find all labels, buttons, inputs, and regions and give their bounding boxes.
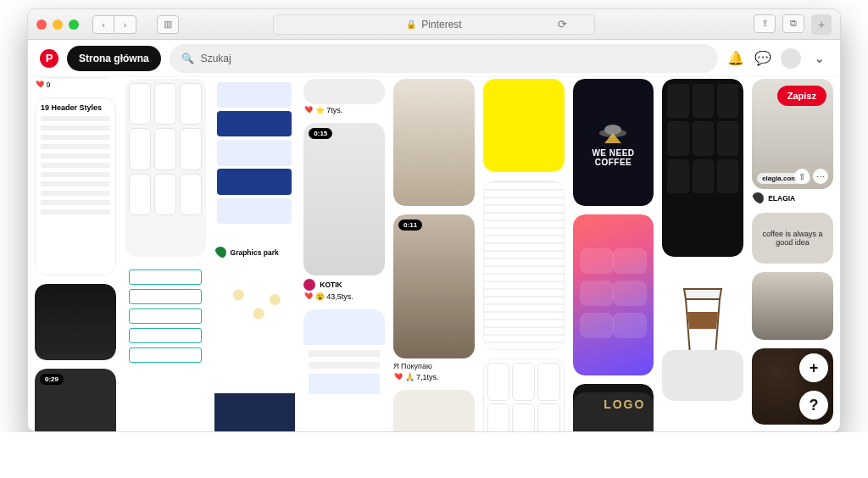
reaction-bar: ❤️ 😮 43,5tys. <box>303 291 385 301</box>
address-bar[interactable]: 🔒 Pinterest <box>273 14 595 35</box>
duration-badge: 0:15 <box>309 128 332 139</box>
coffee-cup-icon <box>677 282 728 358</box>
feed: ❤️ 9 19 Header Styles 0:29 <box>28 77 840 431</box>
nav-buttons: ‹ › <box>92 15 136 34</box>
pin-hair[interactable]: 0:11 Я Покупаю ❤️ 🙏 7,1tys. <box>393 214 475 381</box>
back-button[interactable]: ‹ <box>92 15 114 34</box>
author-avatar-icon <box>752 192 764 204</box>
star-icon: ⭐ <box>315 106 325 114</box>
tabs-button[interactable]: ⧉ <box>782 14 804 33</box>
messages-icon[interactable]: 💬 <box>754 49 772 68</box>
pin-text-line1: WE NEED <box>592 148 634 158</box>
author-name: ELAGIA <box>768 194 795 203</box>
pin-blue-panel[interactable]: Graphics park <box>214 79 296 258</box>
reaction-count: 7tys. <box>326 106 342 114</box>
more-pin-icon[interactable]: ⋯ <box>813 169 828 184</box>
author-avatar-icon <box>214 247 226 258</box>
pinterest-header: P Strona główna 🔍 Szukaj 🔔 💬 ⌄ <box>28 40 840 77</box>
close-window-button[interactable] <box>36 19 47 30</box>
create-fab[interactable]: + <box>799 353 828 382</box>
pin-cards-top[interactable] <box>662 350 743 401</box>
quote-text: coffee is always a good idea <box>755 230 830 247</box>
pin-teal-wireframe[interactable] <box>125 265 206 414</box>
pin-corridor[interactable] <box>393 79 475 206</box>
share-button[interactable]: ⇪ <box>754 14 776 33</box>
search-input[interactable]: 🔍 Szukaj <box>170 44 718 73</box>
search-icon: 🔍 <box>181 53 194 64</box>
pin-yellow-menu[interactable] <box>483 79 565 172</box>
reaction-count: 9 <box>47 81 51 89</box>
pin-wireframe-white[interactable] <box>483 181 565 350</box>
reaction-bar: ❤️ 9 <box>35 79 116 89</box>
logo-text: LOGO <box>604 397 645 411</box>
heart-icon: ❤️ <box>303 106 313 114</box>
save-button[interactable]: Zapisz <box>777 86 826 106</box>
reaction-count: 7,1tys. <box>416 373 439 381</box>
browser-titlebar: ‹ › ▥ 🔒 Pinterest ⟳ ⇪ ⧉ + <box>28 9 840 40</box>
pin-flowchart[interactable] <box>214 267 296 360</box>
pin-woman-fashion[interactable]: Zapisz elagia.com ⇧ ⋯ ELAGIA <box>752 79 833 204</box>
sidebar-toggle-button[interactable]: ▥ <box>157 15 179 34</box>
pin-phone-mockups[interactable] <box>125 79 206 257</box>
pin[interactable]: ❤️ 9 <box>35 77 116 89</box>
pin-white-grid[interactable] <box>483 358 565 431</box>
pin-interior-grid[interactable] <box>393 390 475 431</box>
address-label: Pinterest <box>421 19 461 31</box>
lock-icon: 🔒 <box>406 19 416 29</box>
pin-author[interactable]: KOTIK <box>303 275 385 291</box>
window-controls <box>36 19 79 30</box>
heart-icon: ❤️ <box>35 81 44 89</box>
thanks-icon: 🙏 <box>405 373 415 381</box>
pinterest-logo-icon[interactable]: P <box>40 49 58 68</box>
reaction-bar: ❤️ ⭐ 7tys. <box>303 104 385 114</box>
account-menu-chevron-icon[interactable]: ⌄ <box>810 49 828 68</box>
pin-logo-mock[interactable]: LOGO <box>573 392 654 431</box>
duration-badge: 0:29 <box>40 374 64 385</box>
pin-gradient-ui[interactable] <box>573 214 654 375</box>
pin-dark-product[interactable] <box>35 284 116 360</box>
pin-cafe[interactable] <box>752 272 833 340</box>
pin-coffee-quote[interactable]: coffee is always a good idea <box>752 213 833 264</box>
pin-crm[interactable] <box>303 309 385 431</box>
author-avatar-icon <box>303 279 315 291</box>
author-name: Я Покупаю <box>393 362 432 370</box>
reaction-bar: ❤️ 🙏 7,1tys. <box>393 371 475 381</box>
reload-button[interactable]: ⟳ <box>558 18 567 31</box>
pin-camera[interactable]: 0:29 <box>35 369 116 431</box>
pin-title: 19 Header Styles <box>41 103 110 112</box>
new-tab-button[interactable]: + <box>811 14 832 35</box>
floating-actions: + ? <box>799 353 828 420</box>
duration-badge: 0:11 <box>398 220 422 231</box>
forward-button[interactable]: › <box>114 15 136 34</box>
ufo-icon <box>596 118 630 143</box>
author-name: Graphics park <box>231 248 279 257</box>
reaction-count: 43,5tys. <box>326 292 353 301</box>
share-pin-icon[interactable]: ⇧ <box>794 169 810 184</box>
profile-avatar[interactable] <box>781 48 801 69</box>
home-tab[interactable]: Strona główna <box>67 46 161 71</box>
pin-blue-hero[interactable] <box>214 369 296 431</box>
pin-text-line2: COFFEE <box>595 158 632 167</box>
help-fab[interactable]: ? <box>799 391 828 420</box>
pin-author[interactable]: Graphics park <box>214 243 296 258</box>
pin-header-styles[interactable]: 19 Header Styles <box>35 97 116 275</box>
search-placeholder: Szukaj <box>201 53 231 64</box>
safari-window: ‹ › ▥ 🔒 Pinterest ⟳ ⇪ ⧉ + P Strona główn… <box>27 8 841 432</box>
pin-sneaker[interactable]: 0:15 KOTIK ❤️ 😮 43,5tys. <box>303 123 385 301</box>
author-name: KOTIK <box>320 281 342 289</box>
minimize-window-button[interactable] <box>53 19 63 30</box>
heart-icon: ❤️ <box>303 292 313 301</box>
pin-dark-wireframes[interactable] <box>662 79 743 257</box>
heart-icon: ❤️ <box>393 373 403 381</box>
notifications-icon[interactable]: 🔔 <box>726 49 745 68</box>
pin-ufo-coffee[interactable]: WE NEED COFFEE <box>573 79 654 206</box>
fullscreen-window-button[interactable] <box>69 19 79 30</box>
domain-text: elagia.com <box>762 175 797 182</box>
pin-shoe-video[interactable]: ❤️ ⭐ 7tys. <box>303 79 385 114</box>
wow-icon: 😮 <box>315 292 325 301</box>
pin-author[interactable]: ELAGIA <box>752 189 833 204</box>
